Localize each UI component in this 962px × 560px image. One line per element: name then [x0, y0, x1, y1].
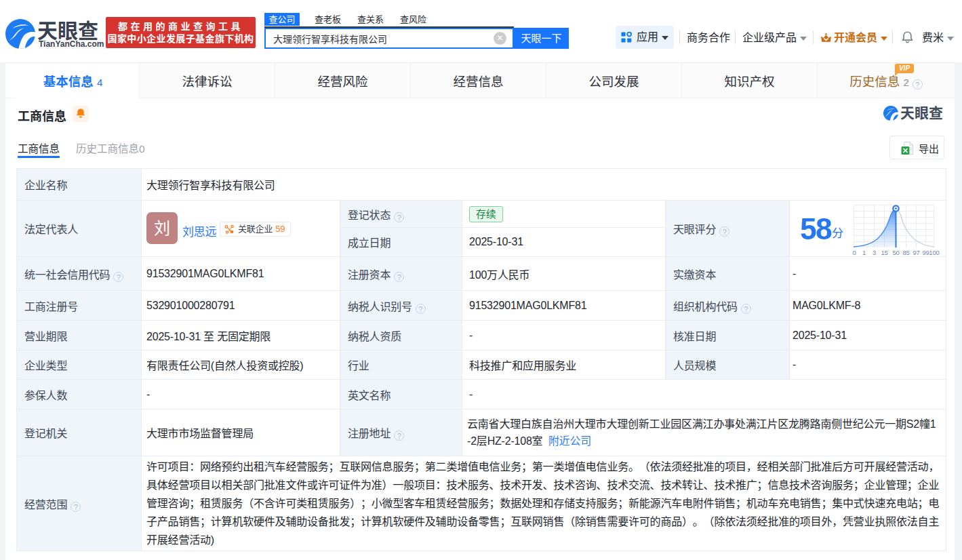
- svg-text:15: 15: [881, 249, 887, 256]
- svg-text:0: 0: [852, 249, 856, 256]
- svg-text:97: 97: [913, 249, 919, 256]
- svg-text:100: 100: [929, 249, 939, 256]
- svg-text:3: 3: [873, 249, 876, 256]
- svg-text:1: 1: [862, 249, 866, 256]
- svg-text:85: 85: [902, 249, 909, 256]
- svg-text:50: 50: [892, 249, 899, 256]
- svg-text:99: 99: [922, 249, 929, 256]
